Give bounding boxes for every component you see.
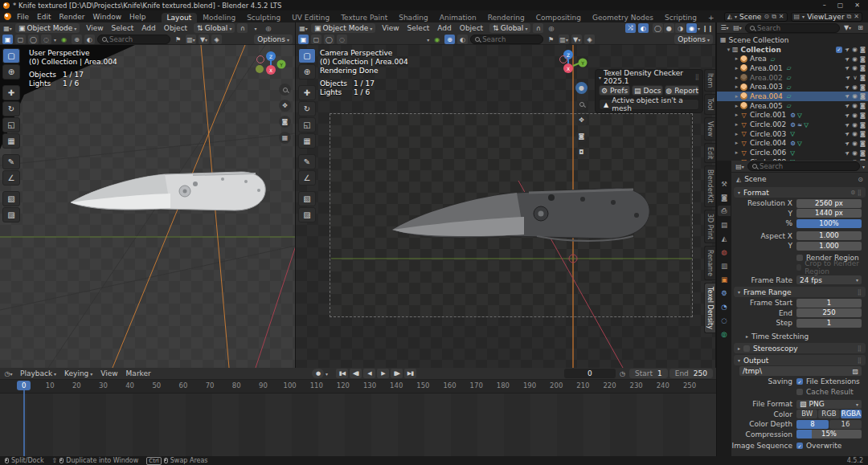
eye-icon[interactable]: ◉ — [852, 46, 858, 53]
selectable-icon[interactable]: ➤ — [843, 129, 851, 138]
stereoscopy-checkbox[interactable] — [743, 345, 750, 352]
aspect-y-field[interactable]: 1.000 — [796, 242, 862, 251]
depth-option-8[interactable]: 8 — [796, 420, 829, 429]
render-visibility-camera-icon[interactable]: ◙ — [860, 121, 866, 128]
expand-icon[interactable]: ▸ — [733, 131, 740, 137]
pan-hand-icon[interactable]: ✥ — [575, 114, 588, 126]
maximize-button[interactable]: ▢ — [837, 2, 844, 9]
shading-solid-icon[interactable]: ● — [664, 23, 674, 33]
extrude-tool[interactable]: ▨ — [2, 207, 20, 222]
properties-tab-modifiers[interactable]: ⚙ — [718, 288, 731, 298]
delete-scene-icon[interactable]: ✕ — [779, 13, 784, 20]
properties-search[interactable] — [747, 161, 860, 171]
delete-viewlayer-icon[interactable]: ✕ — [854, 13, 859, 20]
output-panel-header[interactable]: ▾Output ⣿ — [734, 355, 866, 365]
render-visibility-camera-icon[interactable]: ◙ — [860, 112, 866, 119]
workspace-tab-layout[interactable]: Layout — [162, 13, 198, 22]
properties-tab-constraints[interactable]: ◌ — [718, 315, 731, 325]
frame-range-panel-header[interactable]: ▾Frame Range ⣿ — [734, 287, 866, 297]
sphere-gizmo-icon[interactable]: ● — [575, 82, 588, 94]
resolution-percent-slider[interactable]: 100% — [796, 219, 862, 228]
workspace-tab-shading[interactable]: Shading — [393, 13, 434, 22]
snap-dropdown-icon[interactable]: ▾ — [250, 23, 260, 33]
expand-icon[interactable]: ▸ — [733, 103, 740, 109]
render-visibility-camera-icon[interactable]: ◙ — [860, 102, 866, 109]
workspace-tab-sculpting[interactable]: Sculpting — [241, 13, 286, 22]
expand-icon[interactable]: ▸ — [733, 65, 740, 71]
viewport-3d-canvas[interactable]: User Perspective (0) Collection | Area.0… — [0, 45, 295, 368]
workspace-tab-animation[interactable]: Animation — [434, 13, 482, 22]
sidebar-tab-tool[interactable]: Tool — [704, 94, 715, 115]
menu-file[interactable]: File — [13, 13, 33, 21]
expand-icon[interactable]: ▸ — [733, 55, 740, 62]
scale-tool[interactable]: ◱ — [298, 117, 316, 133]
add-cube-tool[interactable]: ▧ — [298, 191, 316, 206]
options-dropdown[interactable]: Options▾ — [674, 35, 713, 44]
eye-icon[interactable]: ◉ — [852, 84, 858, 91]
pin-icon[interactable]: ⊙ — [858, 176, 863, 183]
docs-button[interactable]: ▤Docs — [632, 85, 663, 96]
play-button[interactable]: ▶ — [377, 369, 389, 378]
file-format-dropdown[interactable]: ▧PNG▾ — [796, 400, 862, 409]
filter-icon[interactable]: ▼▾ — [571, 35, 582, 44]
render-visibility-camera-icon[interactable]: ◙ — [860, 74, 866, 81]
timeline-menu-marker[interactable]: Marker — [122, 369, 155, 377]
jump-to-end-button[interactable]: ▶▮ — [404, 369, 416, 378]
overlays-icon[interactable]: ◐ — [84, 35, 95, 44]
properties-editor-icon[interactable]: ▤▾ — [735, 161, 745, 171]
view-object-types-icon[interactable]: ▥▾ — [559, 35, 569, 44]
cursor-tool[interactable]: ⊕ — [2, 64, 20, 80]
viewport-camera-perspective[interactable]: ▦▾ ▣Object Mode▾ ViewSelectAddObject ⇅Gl… — [296, 22, 716, 368]
snap-magnet-icon[interactable]: ∩ — [533, 23, 543, 33]
viewport-menu-object[interactable]: Object — [456, 24, 487, 32]
render-visibility-camera-icon[interactable]: ◙ — [860, 149, 866, 157]
scene-selector[interactable]: ◭ ▾ Scene ⊙ ⧉ ✕ — [724, 12, 788, 22]
workspace-tab-modeling[interactable]: Modeling — [197, 13, 241, 22]
editor-type-icon[interactable]: ▦▾ — [2, 23, 13, 33]
workspace-tab-compositing[interactable]: Compositing — [530, 13, 587, 22]
outliner-display-mode-icon[interactable]: ▤▾ — [732, 23, 743, 33]
eye-icon[interactable]: ◉ — [852, 112, 858, 119]
selectable-icon[interactable]: ➤ — [843, 92, 851, 100]
expand-icon[interactable]: ▸ — [733, 121, 740, 128]
collapse-icon[interactable]: ▾ — [725, 47, 732, 53]
sidebar-tab-3d-print[interactable]: 3D Print — [704, 210, 715, 243]
cache-result-checkbox[interactable] — [796, 389, 803, 395]
properties-tab-object[interactable]: ▣ — [718, 274, 731, 284]
search-input[interactable] — [760, 162, 808, 170]
transform-tool[interactable]: ▦ — [298, 133, 316, 149]
ortho-grid-icon[interactable]: ▦ — [279, 132, 291, 144]
file-extensions-checkbox[interactable]: ✓ — [796, 378, 803, 385]
crop-region-checkbox[interactable] — [796, 264, 801, 271]
selectable-icon[interactable]: ➤ — [843, 55, 851, 63]
filter-icon[interactable]: ▼▾ — [199, 35, 209, 44]
workspace-tab-rendering[interactable]: Rendering — [482, 13, 530, 22]
search-input[interactable] — [757, 24, 805, 32]
expand-icon[interactable]: ▸ — [733, 149, 740, 156]
shading-wireframe-icon[interactable]: ◯ — [653, 23, 663, 33]
proportional-edit-icon[interactable]: ◎ — [263, 23, 273, 33]
workspace-tab-geometry-nodes[interactable]: Geometry Nodes — [587, 13, 659, 22]
mode-dropdown[interactable]: ▣Object Mode▾ — [15, 23, 80, 33]
pause-render-icon[interactable]: ❙❙ — [702, 23, 713, 33]
eye-icon[interactable]: ◉ — [852, 64, 858, 71]
eye-icon[interactable]: ◉ — [852, 121, 858, 128]
prefs-button[interactable]: ⚙Prefs — [599, 85, 630, 96]
navigation-gizmo[interactable]: Z Y X — [255, 50, 287, 82]
render-visibility-camera-icon[interactable]: ◙ — [860, 130, 866, 137]
render-visibility-camera-icon[interactable]: ◙ — [860, 140, 866, 147]
render-visibility-camera-icon[interactable]: ◙ — [860, 46, 866, 53]
view-object-types-icon[interactable]: ▥▾ — [186, 35, 196, 44]
overlays-icon[interactable]: ◐ — [457, 35, 468, 44]
editor-type-icon[interactable]: ▦▾ — [298, 23, 309, 33]
selectable-icon[interactable]: ➤ — [843, 63, 851, 72]
drag-handle-icon[interactable]: ⣿ — [695, 74, 699, 80]
time-stretching-header[interactable]: ▸Time Stretching — [731, 332, 868, 342]
workspace-tab-texture-paint[interactable]: Texture Paint — [335, 13, 393, 22]
outliner-row-collection[interactable]: ▾▥Collection✓➤◉◙ — [717, 45, 868, 55]
select-box-tool[interactable]: ▢ — [2, 48, 20, 63]
outliner-row-circle-002[interactable]: ▸▽Circle.002⚙≈▽➤◉◙ — [717, 120, 868, 129]
selectable-icon[interactable]: ➤ — [843, 45, 851, 54]
new-viewlayer-icon[interactable]: ⧉ — [847, 13, 852, 21]
next-keyframe-button[interactable]: ▮▶ — [391, 369, 403, 378]
